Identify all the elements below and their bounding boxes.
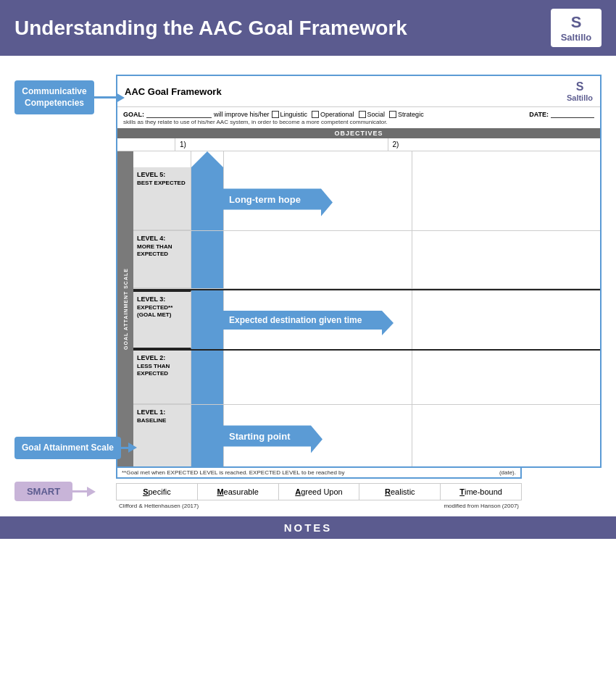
fw-header: AAC Goal Framework S Saltillo: [117, 76, 600, 107]
starting-point-label: Starting point: [223, 425, 311, 446]
gas-label-box: Goal Attainment Scale: [14, 437, 121, 460]
fw-saltillo-logo: S Saltillo: [567, 80, 593, 102]
checkbox-linguistic: Linguistic: [272, 111, 308, 118]
gas-annotation-label: Goal Attainment Scale: [14, 437, 137, 460]
arrow-tip-row: [133, 151, 600, 167]
notes-header: NOTES: [0, 516, 616, 539]
goal-label: GOAL:: [123, 111, 144, 118]
fw-saltillo-text: Saltillo: [567, 93, 593, 102]
gas-vertical-label: GOAL ATTAINMENT SCALE: [117, 151, 133, 466]
smart-agreed: Agreed Upon: [279, 484, 360, 500]
smart-s-rest: pecific: [148, 487, 170, 496]
level-1-content: Starting point: [191, 405, 600, 466]
level-4-cell-2: [412, 231, 600, 288]
citations-row: Clifford & Hettenhausen (2017) modified …: [116, 501, 602, 511]
comm-competencies-row: Communicative Competencies AAC Goal Fram…: [14, 75, 602, 468]
arrow-stripe-3: [191, 290, 223, 349]
footnote-container: **Goal met when EXPECTED LEVEL is reache…: [116, 468, 522, 479]
header-title: Understanding the AAC Goal Framework: [14, 17, 407, 40]
smart-label: SMART: [14, 482, 72, 501]
date-line: [551, 110, 594, 118]
smart-r-rest: ealistic: [391, 487, 415, 496]
up-arrow-tip-icon: [191, 151, 223, 167]
smart-m-rest: easurable: [224, 487, 259, 496]
arrow-stripe-5: [191, 167, 223, 230]
smart-measurable: Measurable: [198, 484, 279, 500]
checkbox-social: Social: [359, 111, 386, 118]
footnote-row: **Goal met when EXPECTED LEVEL is reache…: [116, 468, 602, 479]
gas-arrow: [121, 443, 137, 453]
smart-arrow-head: [87, 487, 96, 497]
smart-a-rest: greed Upon: [301, 487, 343, 496]
up-arrow-tip-container: [191, 151, 223, 167]
level-5-label: LEVEL 5: BEST EXPECTED: [133, 167, 191, 230]
notes-section: NOTES: [0, 516, 616, 590]
level-1-row: LEVEL 1: BASELINE: [133, 405, 600, 466]
top-cells: [223, 151, 600, 167]
smart-row: SMART Specific Measurable Agreed Upon Re…: [14, 482, 602, 501]
cb-social: [359, 111, 366, 118]
gas-arrow-line: [121, 447, 128, 449]
level-2-row: LEVEL 2: LESS THAN EXPECTED: [133, 351, 600, 405]
starting-point-arrow: Starting point: [223, 425, 311, 446]
arrow-stripe-1: [191, 405, 223, 466]
gas-levels: LEVEL 5: BEST EXPECTED: [133, 151, 600, 466]
top-cell-1: [223, 151, 412, 167]
long-term-hope-label: Long-term hope: [223, 188, 321, 209]
smart-arrow: [72, 487, 96, 497]
level-4-label: LEVEL 4: MORE THAN EXPECTED: [133, 231, 191, 288]
saltillo-text-header: Saltillo: [561, 32, 592, 43]
framework-doc: AAC Goal Framework S Saltillo GOAL: will…: [116, 75, 602, 468]
footnote-end: (date).: [499, 469, 516, 476]
comm-arrow-line: [94, 96, 116, 98]
saltillo-icon-header: S: [571, 13, 582, 32]
level-2-cell-2: [412, 351, 600, 404]
gas-area: GOAL ATTAINMENT SCALE: [117, 151, 600, 466]
level-4-content: [191, 231, 600, 288]
footnote-text: **Goal met when EXPECTED LEVEL is reache…: [122, 469, 345, 476]
level-2-label: LEVEL 2: LESS THAN EXPECTED: [133, 351, 191, 404]
level-4-cells: [223, 231, 600, 288]
fw-saltillo-icon: S: [576, 80, 584, 93]
goal-subtext: skills as they relate to use of his/her …: [117, 118, 600, 128]
obj-spacer: [117, 138, 175, 151]
level-1-cell-2: [412, 405, 600, 466]
smart-annotation-container: SMART: [14, 482, 116, 501]
smart-t-letter: T: [459, 487, 465, 496]
cb-linguistic: [272, 111, 279, 118]
level-3-label: LEVEL 3: EXPECTED** (GOAL MET): [133, 290, 191, 349]
smart-realistic: Realistic: [359, 484, 441, 500]
checkbox-operational: Operational: [312, 111, 354, 118]
obj-col-1: 1): [175, 138, 388, 151]
smart-r-letter: R: [385, 487, 391, 496]
obj-cols-row: 1) 2): [117, 138, 600, 151]
gas-arrow-head: [128, 443, 137, 453]
top-cell-2: [412, 151, 600, 167]
long-term-hope-arrow: Long-term hope: [223, 188, 321, 209]
smart-specific: Specific: [117, 484, 198, 500]
level-3-cell-2: [412, 290, 600, 349]
arrow-stripe-4: [191, 231, 223, 288]
arrow-stripe-2: [191, 351, 223, 404]
level-4-cell-1: [223, 231, 412, 288]
level-5-cell-2: [412, 167, 600, 230]
fw-title: AAC Goal Framework: [125, 86, 222, 97]
smart-table: Specific Measurable Agreed Upon Realisti…: [116, 483, 522, 500]
cb-strategic: [389, 111, 396, 118]
level-3-content: Expected destination given time: [191, 290, 600, 349]
level-5-content: Long-term hope: [191, 167, 600, 230]
date-label: DATE:: [529, 111, 549, 118]
level-3-row: LEVEL 3: EXPECTED** (GOAL MET): [133, 289, 600, 351]
obj-col-2: 2): [388, 138, 601, 151]
level-5-row: LEVEL 5: BEST EXPECTED: [133, 167, 600, 231]
comm-competencies-label: Communicative Competencies: [14, 80, 94, 114]
level-1-label: LEVEL 1: BASELINE: [133, 405, 191, 466]
smart-arrow-line: [72, 490, 87, 492]
citation-right: modified from Hanson (2007): [444, 503, 519, 509]
cb-operational: [312, 111, 319, 118]
checkboxes: Linguistic Operational Social Strategic: [272, 111, 424, 118]
level-2-cells: [223, 351, 600, 404]
goal-row: GOAL: will improve his/her Linguistic Op…: [117, 107, 600, 118]
objectives-header: OBJECTIVES: [117, 128, 600, 138]
level-2-content: [191, 351, 600, 404]
